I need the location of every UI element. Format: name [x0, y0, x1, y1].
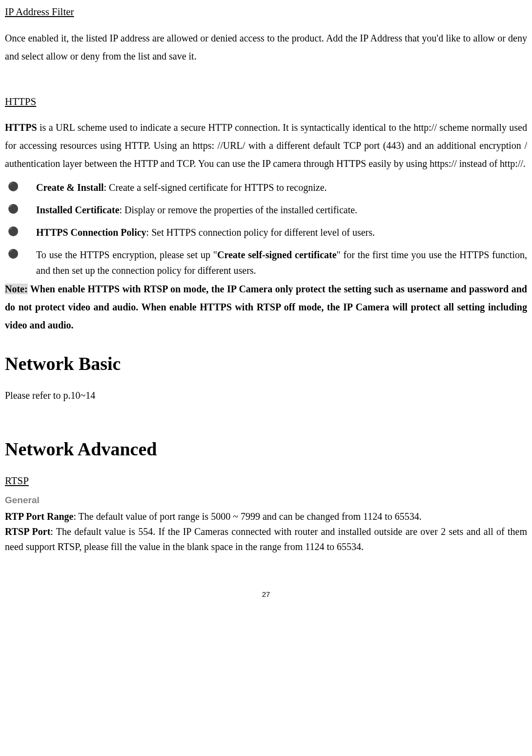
bullet-text: : Set HTTPS connection policy for differ… — [146, 227, 375, 238]
page-number: 27 — [5, 589, 527, 600]
ip-filter-paragraph: Once enabled it, the listed IP address a… — [5, 29, 527, 65]
note-label: Note: — [5, 284, 28, 294]
bullet-label: HTTPS Connection Policy — [36, 227, 146, 238]
https-bullet-list: ⚫ Create & Install: Create a self-signed… — [5, 180, 527, 278]
ip-filter-heading: IP Address Filter — [5, 4, 527, 20]
network-basic-text: Please refer to p.10~14 — [5, 388, 527, 403]
https-note: Note: When enable HTTPS with RTSP on mod… — [5, 280, 527, 334]
bullet-icon: ⚫ — [5, 225, 36, 240]
bullet-text-bold: Create self-signed certificate — [217, 249, 337, 260]
network-basic-heading: Network Basic — [5, 349, 527, 379]
https-heading: HTTPS — [5, 94, 527, 110]
bullet-label: Create & Install — [36, 182, 104, 193]
https-intro-text: is a URL scheme used to indicate a secur… — [5, 122, 527, 169]
rtsp-port: RTSP Port: The default value is 554. If … — [5, 524, 527, 554]
rtsp-label: RTSP Port — [5, 526, 50, 537]
bullet-icon: ⚫ — [5, 180, 36, 195]
rtp-text: : The default value of port range is 500… — [73, 511, 421, 522]
rtsp-text: : The default value is 554. If the IP Ca… — [5, 526, 527, 552]
bullet-text: : Display or remove the properties of th… — [120, 204, 358, 215]
list-item: ⚫ Create & Install: Create a self-signed… — [5, 180, 527, 195]
network-advanced-heading: Network Advanced — [5, 434, 527, 464]
bullet-text-pre: To use the HTTPS encryption, please set … — [36, 249, 217, 260]
list-item: ⚫ Installed Certificate: Display or remo… — [5, 202, 527, 218]
rtp-port-range: RTP Port Range: The default value of por… — [5, 509, 527, 524]
list-item: ⚫ HTTPS Connection Policy: Set HTTPS con… — [5, 225, 527, 240]
note-text: When enable HTTPS with RTSP on mode, the… — [5, 284, 527, 330]
https-intro-label: HTTPS — [5, 122, 37, 133]
bullet-label: Installed Certificate — [36, 204, 120, 215]
rtsp-heading: RTSP — [5, 473, 527, 490]
list-item: ⚫ To use the HTTPS encryption, please se… — [5, 247, 527, 278]
bullet-icon: ⚫ — [5, 247, 36, 278]
general-label: General — [5, 493, 527, 508]
bullet-text: : Create a self-signed certificate for H… — [104, 182, 327, 193]
rtp-label: RTP Port Range — [5, 511, 73, 522]
bullet-icon: ⚫ — [5, 202, 36, 218]
https-intro: HTTPS is a URL scheme used to indicate a… — [5, 119, 527, 173]
